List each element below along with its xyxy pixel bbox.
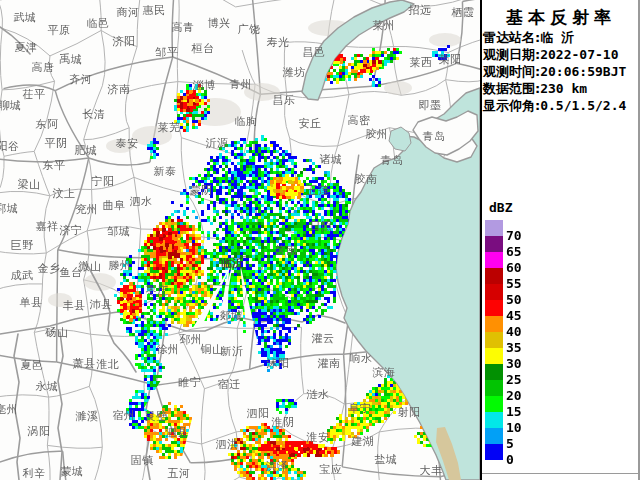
map-label-99: 宝应	[320, 463, 343, 476]
dbz-value-15: 15	[506, 405, 522, 418]
dbz-value-25: 25	[506, 373, 522, 386]
map-label-100: 沭阳	[266, 357, 290, 370]
map-label-110: 大丰	[420, 464, 443, 477]
map-label-49: 泰安	[116, 137, 139, 150]
map-label-39: 五莲	[307, 184, 330, 197]
map-label-90: 固镇	[131, 454, 154, 467]
map-label-102: 灌南	[318, 357, 341, 370]
map-label-51: 东平	[43, 159, 66, 172]
map-label-83: 利辛	[23, 467, 46, 480]
dbz-swatch-70	[485, 220, 503, 236]
map-label-36: 胶南	[355, 173, 378, 186]
dbz-value-20: 20	[506, 389, 522, 402]
map-label-44: 新泰	[154, 165, 177, 178]
dbz-value-0: 0	[506, 453, 514, 466]
map-label-103: 响水	[350, 352, 373, 365]
map-label-107: 射阳	[398, 406, 421, 419]
dbz-color-scale: 7065605550454035302520151050	[482, 0, 640, 480]
radar-app-window: 武城平原商河临邑济阳夏津禹城高唐齐河济南茌平聊城长清惠民高青博兴广饶寿光桓台邹平…	[0, 0, 640, 480]
dbz-value-40: 40	[506, 325, 522, 338]
dbz-value-60: 60	[506, 261, 522, 274]
panel-divider	[482, 473, 640, 474]
map-label-104: 滨海	[373, 366, 396, 379]
map-label-95: 泗阳	[247, 407, 270, 420]
map-label-layer: 武城平原商河临邑济阳夏津禹城高唐齐河济南茌平聊城长清惠民高青博兴广饶寿光桓台邹平…	[0, 0, 480, 480]
dbz-value-10: 10	[506, 421, 522, 434]
map-label-109: 盐城	[375, 453, 398, 466]
map-label-29: 莱西	[410, 56, 433, 69]
map-label-30: 莱阳	[439, 53, 462, 66]
map-label-105: 涟水	[307, 388, 330, 401]
map-label-16: 广饶	[238, 23, 261, 36]
map-label-20: 淄博	[193, 79, 216, 92]
map-label-43: 莱芜	[158, 121, 181, 134]
map-label-33: 胶州	[366, 128, 389, 141]
map-label-7: 高唐	[32, 61, 55, 74]
map-label-62: 巨野	[11, 239, 34, 252]
dbz-value-35: 35	[506, 341, 522, 354]
map-label-42: 沂源	[206, 137, 229, 150]
map-label-84: 蒙城	[61, 465, 84, 478]
info-panel: 基本反射率 雷达站名:临 沂观测日期:2022-07-10观测时间:20:06:…	[480, 0, 640, 480]
map-label-92: 睢宁	[179, 376, 202, 389]
map-label-108: 建湖	[351, 435, 375, 448]
map-label-6: 禹城	[60, 53, 83, 66]
map-label-64: 金乡	[38, 262, 61, 275]
map-label-37: 诸城	[320, 153, 343, 166]
map-label-11: 聊城	[0, 99, 22, 112]
map-label-41: 莒南	[274, 244, 298, 257]
map-label-34: 青岛	[423, 130, 446, 143]
map-label-17: 寿光	[267, 36, 290, 49]
map-label-82: 涡阳	[27, 425, 51, 438]
map-label-52: 梁山	[18, 178, 41, 191]
map-label-75: 邳州	[180, 333, 203, 346]
map-label-61: 邹城	[107, 225, 131, 238]
map-label-45: 蒙阴	[190, 184, 213, 197]
dbz-swatch-30	[485, 348, 503, 364]
map-label-66: 微山	[79, 260, 102, 273]
map-label-19: 邹平	[155, 46, 179, 59]
map-label-10: 茌平	[23, 88, 46, 101]
map-label-0: 武城	[14, 11, 37, 24]
dbz-value-65: 65	[506, 245, 522, 258]
map-label-76: 新沂	[221, 345, 244, 358]
map-label-81: 亳州	[0, 403, 19, 416]
map-label-21: 青州	[230, 78, 253, 91]
dbz-value-70: 70	[506, 229, 522, 242]
map-label-26: 莱州	[373, 19, 396, 32]
map-label-63: 成武	[11, 269, 34, 282]
radar-map[interactable]: 武城平原商河临邑济阳夏津禹城高唐齐河济南茌平聊城长清惠民高青博兴广饶寿光桓台邹平…	[0, 0, 480, 480]
map-label-4: 济阳	[113, 35, 136, 48]
map-label-53: 汶上	[53, 187, 76, 200]
map-label-96: 淮阴	[271, 416, 295, 429]
map-label-25: 临朐	[235, 115, 258, 128]
map-label-58: 郓城	[0, 202, 19, 215]
map-label-18: 桓台	[191, 42, 215, 55]
dbz-swatch-50	[485, 284, 503, 300]
map-label-94: 泗洪	[216, 438, 239, 451]
map-label-38: 安丘	[299, 117, 322, 130]
map-label-54: 宁阳	[92, 175, 115, 188]
map-label-77: 郯城	[220, 309, 243, 322]
dbz-swatch-55	[485, 268, 503, 284]
map-label-2: 商河	[117, 6, 140, 19]
dbz-value-50: 50	[506, 293, 522, 306]
map-label-56: 曲阜	[103, 199, 126, 212]
map-label-28: 栖霞	[451, 6, 475, 19]
map-label-85: 濉溪	[76, 410, 99, 423]
map-label-98: 洪泽	[266, 460, 289, 473]
map-label-106: 阜宁	[349, 402, 372, 415]
map-label-31: 即墨	[419, 99, 442, 112]
map-label-48: 肥城	[75, 144, 98, 157]
map-label-70: 丰县	[63, 299, 86, 312]
radar-station-label: 临沂	[221, 257, 243, 270]
map-label-24: 昌邑	[303, 46, 326, 59]
map-label-12: 长清	[82, 108, 106, 121]
map-label-9: 济南	[108, 83, 131, 96]
map-label-23: 昌乐	[273, 94, 296, 107]
map-label-80: 永城	[36, 380, 59, 393]
map-label-13: 惠民	[143, 4, 166, 17]
map-label-57: 泗水	[130, 195, 153, 208]
map-label-89: 泗县	[166, 426, 189, 439]
dbz-swatch-0	[485, 444, 503, 460]
